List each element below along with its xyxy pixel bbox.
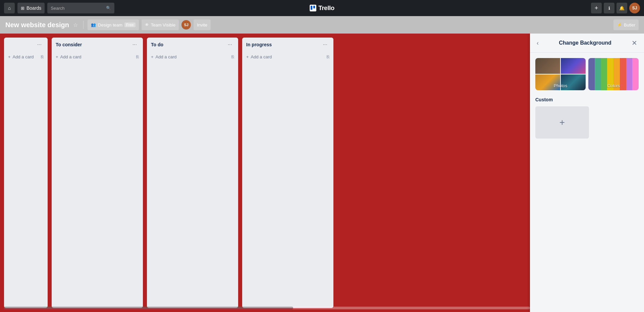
search-placeholder: Search: [51, 6, 64, 11]
design-team-button[interactable]: 👥 Design team Free: [88, 19, 139, 30]
panel-back-button[interactable]: ‹: [535, 38, 540, 48]
column-consider-copy-button[interactable]: ⎘: [135, 53, 140, 61]
butler-label: Butler: [624, 22, 635, 28]
add-icon: +: [8, 54, 11, 59]
panel-body: Photos Colors: [530, 53, 644, 312]
panel-close-button[interactable]: ✕: [630, 38, 639, 48]
column-consider-menu-button[interactable]: ···: [130, 41, 139, 48]
column-inprogress-add-row: + Add a card ⎘: [245, 52, 331, 61]
custom-section-title: Custom: [535, 97, 639, 102]
custom-section: Custom +: [535, 97, 639, 139]
team-name-label: Design team: [98, 22, 122, 28]
column-to-consider: To consider ··· + Add a card ⎘: [52, 38, 143, 308]
visibility-label: Team Visible: [151, 22, 175, 28]
plus-icon: +: [559, 117, 565, 128]
visibility-button[interactable]: 👁 Team Visible: [142, 19, 179, 30]
star-button[interactable]: ☆: [72, 20, 79, 30]
board-header: New website design ☆ 👥 Design team Free …: [0, 16, 644, 34]
column-todo-menu-button[interactable]: ···: [226, 41, 234, 48]
inprogress-add-icon: +: [246, 54, 249, 59]
consider-dots-icon: ···: [132, 42, 137, 47]
column-in-progress: In progress ··· + Add a card ⎘: [242, 38, 333, 308]
consider-copy-icon: ⎘: [136, 54, 139, 59]
column-consider-header: To consider ···: [54, 41, 140, 51]
boards-grid-icon: ⊞: [21, 6, 24, 11]
photo-cell-2: [561, 58, 586, 74]
column-inprogress-add-card-button[interactable]: + Add a card: [245, 52, 325, 61]
column-todo-title: To do: [151, 42, 163, 47]
create-button[interactable]: +: [591, 3, 602, 13]
column-inprogress-copy-button[interactable]: ⎘: [325, 53, 331, 61]
inprogress-dots-icon: ···: [323, 42, 327, 47]
photos-option[interactable]: Photos: [535, 58, 586, 90]
butler-button[interactable]: ⚡ Butler: [613, 19, 639, 30]
panel-header: ‹ Change Background ✕: [530, 34, 644, 53]
inprogress-copy-icon: ⎘: [327, 54, 329, 59]
chevron-left-icon: ‹: [537, 40, 539, 46]
column-partial-header: s ···: [7, 41, 45, 51]
change-background-panel: ‹ Change Background ✕ Photos: [530, 34, 644, 312]
horizontal-scrollbar[interactable]: [4, 307, 530, 309]
free-badge: Free: [124, 22, 136, 27]
inprogress-add-card-label: Add a card: [251, 54, 272, 59]
trello-logo: Trello: [310, 4, 334, 12]
todo-dots-icon: ···: [228, 42, 232, 47]
column-todo-copy-button[interactable]: ⎘: [230, 53, 235, 61]
header-divider-1: [83, 21, 84, 29]
search-icon: 🔍: [106, 6, 111, 10]
board-main: s ··· + Add a card ⎘ To consider ··· +: [0, 34, 644, 312]
photos-label: Photos: [535, 83, 586, 88]
consider-add-icon: +: [56, 54, 58, 59]
top-nav: ⌂ ⊞ Boards Search 🔍 Trello + ℹ 🔔 SJ: [0, 0, 644, 16]
invite-button[interactable]: Invite: [194, 19, 211, 30]
bell-icon: 🔔: [619, 6, 625, 11]
nav-right: + ℹ 🔔 SJ: [591, 3, 640, 13]
column-todo-add-card-button[interactable]: + Add a card: [150, 52, 230, 61]
todo-copy-icon: ⎘: [231, 54, 234, 59]
lightning-icon: ⚡: [617, 22, 622, 27]
background-options-grid: Photos Colors: [535, 58, 639, 90]
column-todo-add-row: + Add a card ⎘: [150, 52, 235, 61]
add-card-label: Add a card: [13, 54, 34, 59]
search-box[interactable]: Search 🔍: [47, 3, 114, 13]
star-icon: ☆: [73, 22, 78, 28]
column-todo-header: To do ···: [150, 41, 235, 51]
svg-rect-1: [311, 6, 312, 10]
column-partial: s ··· + Add a card ⎘: [4, 38, 48, 308]
create-icon: +: [595, 5, 598, 12]
trello-logo-icon: [310, 5, 316, 11]
column-partial-add-row: + Add a card ⎘: [7, 52, 45, 61]
column-consider-title: To consider: [56, 42, 82, 47]
custom-upload-button[interactable]: +: [535, 106, 589, 139]
copy-icon: ⎘: [41, 54, 44, 59]
column-partial-menu-button[interactable]: ···: [35, 41, 44, 48]
team-icon: 👥: [91, 22, 96, 27]
column-consider-add-row: + Add a card ⎘: [54, 52, 140, 61]
column-inprogress-header: In progress ···: [245, 41, 331, 51]
board-member-avatar[interactable]: SJ: [181, 20, 191, 30]
board-title: New website design: [5, 21, 69, 29]
info-icon: ℹ: [608, 6, 610, 11]
boards-label: Boards: [26, 5, 41, 11]
boards-button[interactable]: ⊞ Boards: [17, 3, 45, 13]
close-icon: ✕: [632, 39, 637, 47]
todo-add-card-label: Add a card: [156, 54, 177, 59]
column-consider-add-card-button[interactable]: + Add a card: [54, 52, 135, 61]
eye-icon: 👁: [145, 22, 149, 27]
home-icon: ⌂: [8, 5, 11, 11]
svg-rect-2: [313, 6, 315, 8]
photo-cell-1: [535, 58, 560, 74]
home-button[interactable]: ⌂: [4, 3, 15, 13]
column-inprogress-title: In progress: [246, 42, 272, 47]
colors-option[interactable]: Colors: [588, 58, 639, 90]
scrollbar-thumb[interactable]: [4, 307, 293, 309]
invite-label: Invite: [197, 22, 207, 28]
column-inprogress-menu-button[interactable]: ···: [321, 41, 329, 48]
column-partial-copy-button[interactable]: ⎘: [40, 53, 45, 61]
column-partial-add-card-button[interactable]: + Add a card: [7, 52, 40, 61]
dots-icon: ···: [37, 42, 42, 47]
info-button[interactable]: ℹ: [604, 3, 614, 13]
user-avatar[interactable]: SJ: [629, 3, 640, 13]
notifications-button[interactable]: 🔔: [616, 3, 627, 13]
trello-wordmark: Trello: [318, 4, 334, 12]
